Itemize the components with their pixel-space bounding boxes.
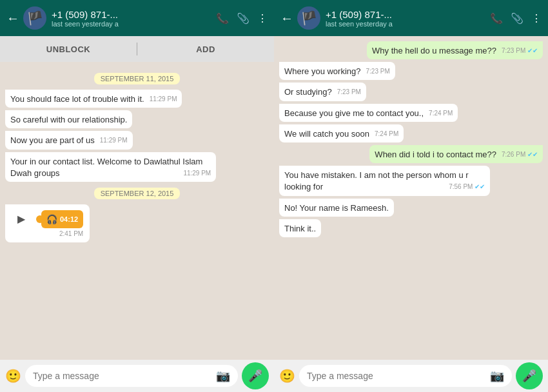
attach-icon[interactable]: 📎 (511, 12, 524, 24)
contact-name: +1 (509) 871-... (326, 9, 490, 20)
msg-r6: When did i told i to contact me?? 7:26 P… (279, 145, 543, 163)
msg-r5: We will catch you soon 7:24 PM (279, 124, 543, 142)
right-header: ← 🏴 +1 (509) 871-... last seen yesterday… (274, 0, 548, 36)
header-actions: 📞 📎 ⋮ (490, 12, 542, 24)
msg-text: Your in our contact list. Welcome to Daw… (10, 157, 202, 178)
msg-text: Or studying? (284, 87, 332, 97)
left-chat-panel: ← 🏴 +1 (509) 871-... last seen yesterday… (0, 0, 274, 392)
avatar-flag: 🏴 (301, 10, 317, 26)
message-4: Your in our contact list. Welcome to Daw… (5, 152, 269, 182)
back-button[interactable]: ← (280, 11, 293, 26)
left-chat-area[interactable]: SEPTEMBER 11, 2015 You should face lot o… (0, 62, 274, 360)
bubble: Now you are part of us 11:29 PM (5, 131, 133, 149)
bubble: Why the hell do u message me?? 7:23 PM (367, 41, 543, 59)
msg-time: 7:23 PM (366, 67, 390, 76)
unblock-button[interactable]: UNBLOCK (0, 44, 137, 54)
msg-text: Because you give me to contact you., (284, 108, 424, 118)
msg-text: When did i told i to contact me?? (375, 150, 496, 159)
right-input-area: 🙂 📷 🎤 (274, 360, 548, 392)
message-1: You should face lot of trouble with it. … (5, 90, 269, 108)
message-input[interactable] (33, 371, 211, 381)
play-button[interactable]: ▶ (12, 210, 31, 229)
bubble: Because you give me to contact you., 7:2… (279, 104, 458, 122)
msg-text: So careful with our relationship. (10, 115, 127, 124)
msg-r8: No! Your name is Rameesh. (279, 199, 543, 217)
message-input-container: 📷 (25, 365, 238, 387)
msg-text: Where you working? (284, 66, 361, 76)
bubble: No! Your name is Rameesh. (279, 199, 394, 217)
mic-icon: 🎤 (522, 369, 536, 383)
contact-status: last seen yesterday a (52, 20, 216, 28)
bubble: Or studying? 7:23 PM (279, 83, 366, 101)
msg-time: 7:23 PM (502, 46, 538, 55)
bubble: So careful with our relationship. (5, 110, 132, 128)
msg-time: 7:24 PM (375, 130, 398, 139)
audio-dot (36, 215, 44, 223)
left-input-area: 🙂 📷 🎤 (0, 360, 274, 392)
message-2: So careful with our relationship. (5, 110, 269, 128)
avatar: 🏴 (23, 6, 46, 30)
date-badge-1: SEPTEMBER 11, 2015 (5, 72, 269, 84)
message-input[interactable] (307, 371, 485, 381)
contact-status: last seen yesterday a (326, 20, 490, 28)
msg-time: 11:29 PM (150, 95, 177, 104)
msg-text: You should face lot of trouble with it. (10, 94, 144, 104)
more-icon[interactable]: ⋮ (531, 12, 542, 24)
headphone-icon: 🎧 (46, 214, 57, 224)
msg-time: 7:56 PM (449, 182, 485, 191)
camera-icon[interactable]: 📷 (490, 369, 504, 383)
phone-icon[interactable]: 📞 (490, 12, 503, 24)
message-3: Now you are part of us 11:29 PM (5, 131, 269, 149)
msg-text: Think it.. (284, 224, 316, 233)
header-info: +1 (509) 871-... last seen yesterday a (326, 9, 490, 28)
mic-icon: 🎤 (248, 369, 262, 383)
date-badge-2: SEPTEMBER 12, 2015 (5, 187, 269, 199)
msg-time: 7:23 PM (337, 88, 361, 97)
msg-r4: Because you give me to contact you., 7:2… (279, 104, 543, 122)
contact-name: +1 (509) 871-... (52, 9, 216, 20)
bubble: We will catch you soon 7:24 PM (279, 124, 404, 142)
bubble: Think it.. (279, 219, 321, 237)
phone-icon[interactable]: 📞 (216, 12, 229, 24)
msg-text: Why the hell do u message me?? (372, 46, 496, 55)
camera-icon[interactable]: 📷 (216, 369, 230, 383)
mic-button[interactable]: 🎤 (516, 362, 543, 389)
right-chat-panel: ← 🏴 +1 (509) 871-... last seen yesterday… (274, 0, 548, 392)
audio-message: ▶ 🎧 04:12 2:41 PM (5, 204, 269, 242)
right-chat-area[interactable]: Why the hell do u message me?? 7:23 PM W… (274, 36, 548, 360)
bubble: Your in our contact list. Welcome to Daw… (5, 152, 216, 182)
msg-time: 7:24 PM (429, 109, 453, 118)
msg-text: We will catch you soon (284, 129, 369, 139)
msg-text: You have mistaken. I am not the person w… (284, 170, 469, 191)
bubble: You should face lot of trouble with it. … (5, 90, 182, 108)
action-bar: UNBLOCK ADD (0, 36, 274, 62)
bubble: Where you working? 7:23 PM (279, 62, 395, 80)
msg-r7: You have mistaken. I am not the person w… (279, 166, 543, 195)
audio-time: 2:41 PM (59, 230, 83, 237)
bubble: You have mistaken. I am not the person w… (279, 166, 490, 195)
emoji-button[interactable]: 🙂 (279, 368, 295, 384)
back-button[interactable]: ← (6, 11, 19, 26)
msg-r9: Think it.. (279, 219, 543, 237)
header-actions: 📞 📎 ⋮ (216, 12, 268, 24)
add-button[interactable]: ADD (137, 44, 274, 54)
msg-text: Now you are part of us (10, 135, 95, 145)
bubble: When did i told i to contact me?? 7:26 P… (369, 145, 543, 163)
more-icon[interactable]: ⋮ (257, 12, 268, 24)
msg-r3: Or studying? 7:23 PM (279, 83, 543, 101)
msg-r2: Where you working? 7:23 PM (279, 62, 543, 80)
audio-badge: 🎧 04:12 (41, 210, 83, 228)
msg-text: No! Your name is Rameesh. (284, 203, 389, 213)
avatar: 🏴 (297, 6, 320, 30)
msg-time: 7:26 PM (502, 150, 538, 159)
mic-button[interactable]: 🎤 (242, 362, 269, 389)
msg-time: 11:29 PM (100, 136, 128, 145)
msg-time: 11:29 PM (183, 169, 211, 178)
msg-r1: Why the hell do u message me?? 7:23 PM (279, 41, 543, 59)
header-info: +1 (509) 871-... last seen yesterday a (52, 9, 216, 28)
audio-duration: 04:12 (60, 215, 78, 223)
attach-icon[interactable]: 📎 (237, 12, 250, 24)
left-header: ← 🏴 +1 (509) 871-... last seen yesterday… (0, 0, 274, 36)
message-input-container: 📷 (299, 365, 512, 387)
emoji-button[interactable]: 🙂 (5, 368, 21, 384)
